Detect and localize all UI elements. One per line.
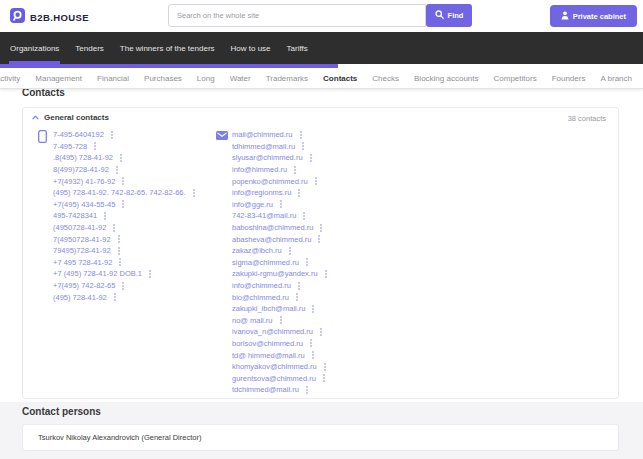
email-link[interactable]: khomyakov@chimmed.ru xyxy=(232,362,317,371)
tabs-scroll-indicator[interactable] xyxy=(0,64,338,68)
phone-link[interactable]: +7(495) 434-55-45 xyxy=(53,200,115,209)
email-link[interactable]: tdhimmed@mail.ru xyxy=(232,142,295,151)
kebab-menu-icon[interactable] xyxy=(193,192,195,194)
email-link[interactable]: ivanova_n@chimmed.ru xyxy=(232,327,313,336)
kebab-menu-icon[interactable] xyxy=(280,319,282,321)
main-nav-item[interactable]: Organizations xyxy=(10,32,59,64)
kebab-menu-icon[interactable] xyxy=(104,215,106,217)
kebab-menu-icon[interactable] xyxy=(122,203,124,205)
main-nav-item[interactable]: Tariffs xyxy=(287,32,308,64)
phone-link[interactable]: 495-7428341 xyxy=(53,211,97,220)
kebab-menu-icon[interactable] xyxy=(113,227,115,229)
email-link[interactable]: info@gge.ru xyxy=(232,200,273,209)
kebab-menu-icon[interactable] xyxy=(280,203,282,205)
email-link[interactable]: zakaz@ibch.ru xyxy=(232,246,282,255)
kebab-menu-icon[interactable] xyxy=(114,296,116,298)
kebab-menu-icon[interactable] xyxy=(302,145,304,147)
private-cabinet-button[interactable]: Private cabinet xyxy=(550,5,637,27)
kebab-menu-icon[interactable] xyxy=(94,145,96,147)
kebab-menu-icon[interactable] xyxy=(294,169,296,171)
kebab-menu-icon[interactable] xyxy=(324,366,326,368)
kebab-menu-icon[interactable] xyxy=(119,261,121,263)
kebab-menu-icon[interactable] xyxy=(323,377,325,379)
kebab-menu-icon[interactable] xyxy=(300,134,302,136)
email-link[interactable]: abasheva@chimmed.ru xyxy=(232,235,311,244)
main-nav-item[interactable]: Tenders xyxy=(75,32,103,64)
email-link[interactable]: baboshina@chimmed.ru xyxy=(232,223,313,232)
email-link[interactable]: info@chimmed.ru xyxy=(232,281,291,290)
tab[interactable]: Checks xyxy=(372,67,399,89)
email-link[interactable]: borisov@chimmed.ru xyxy=(232,339,303,348)
phone-link[interactable]: 8(499)728-41-92 xyxy=(53,165,109,174)
tab[interactable]: Water xyxy=(230,67,251,89)
email-link[interactable]: no@ mail.ru xyxy=(232,316,273,325)
email-link[interactable]: bio@chimmed.ru xyxy=(232,293,289,302)
kebab-menu-icon[interactable] xyxy=(296,296,298,298)
tab[interactable]: A branch xyxy=(600,67,632,89)
logo[interactable]: B2B.HOUSE xyxy=(10,8,89,27)
kebab-menu-icon[interactable] xyxy=(306,389,308,391)
email-link[interactable]: zakupki-rgmu@yandex.ru xyxy=(232,269,318,278)
phone-link[interactable]: +7(4932) 41-76-92 xyxy=(53,177,115,186)
phone-link[interactable]: 7-495-728 xyxy=(53,142,87,151)
kebab-menu-icon[interactable] xyxy=(303,215,305,217)
kebab-menu-icon[interactable] xyxy=(111,134,113,136)
email-link[interactable]: tdchimmed@mail.ru xyxy=(232,385,299,394)
kebab-menu-icon[interactable] xyxy=(122,180,124,182)
email-link[interactable]: info@himmed.ru xyxy=(232,165,287,174)
tab[interactable]: Competitors xyxy=(494,67,537,89)
kebab-menu-icon[interactable] xyxy=(315,180,317,182)
main-nav-item[interactable]: The winners of the tenders xyxy=(120,32,215,64)
kebab-menu-icon[interactable] xyxy=(320,227,322,229)
kebab-menu-icon[interactable] xyxy=(325,273,327,275)
kebab-menu-icon[interactable] xyxy=(310,342,312,344)
email-link[interactable]: zakupki_ibch@mail.ru xyxy=(232,304,305,313)
email-link[interactable]: gurentsova@chimmed.ru xyxy=(232,374,316,383)
email-link[interactable]: td@ himmed@mail.ru xyxy=(232,351,305,360)
kebab-menu-icon[interactable] xyxy=(310,157,312,159)
kebab-menu-icon[interactable] xyxy=(312,354,314,356)
email-link[interactable]: info@regionms.ru xyxy=(232,188,291,197)
tab[interactable]: Trademarks xyxy=(266,67,308,89)
phone-link[interactable]: (4950728-41-92 xyxy=(53,223,106,232)
kebab-menu-icon[interactable] xyxy=(298,192,300,194)
phone-link[interactable]: +7(495) 742-82-65 xyxy=(53,281,115,290)
main-nav-item[interactable]: How to use xyxy=(231,32,271,64)
kebab-menu-icon[interactable] xyxy=(312,308,314,310)
phone-link[interactable]: .8(495) 728-41-92 xyxy=(53,153,113,162)
tab[interactable]: Activity xyxy=(0,67,20,89)
find-button[interactable]: Find xyxy=(426,4,472,27)
tab[interactable]: Long xyxy=(197,67,215,89)
phone-link[interactable]: +7 (495) 728-41-92 DOB.1 xyxy=(53,269,142,278)
email-link[interactable]: 742-83-41@mail.ru xyxy=(232,211,296,220)
kebab-menu-icon[interactable] xyxy=(120,157,122,159)
email-link[interactable]: slyusar@chimmed.ru xyxy=(232,153,303,162)
phone-link[interactable]: 7(4950728-41-92 xyxy=(53,235,111,244)
kebab-menu-icon[interactable] xyxy=(298,285,300,287)
kebab-menu-icon[interactable] xyxy=(122,285,124,287)
kebab-menu-icon[interactable] xyxy=(318,238,320,240)
kebab-menu-icon[interactable] xyxy=(289,250,291,252)
tab[interactable]: Founders xyxy=(552,67,586,89)
kebab-menu-icon[interactable] xyxy=(116,169,118,171)
kebab-menu-icon[interactable] xyxy=(320,331,322,333)
email-link[interactable]: sigma@chimmed.ru xyxy=(232,258,299,267)
phone-link[interactable]: (495) 728-41-92. 742-82-65. 742-82-66. xyxy=(53,188,186,197)
phone-link[interactable]: 79495)728-41-92 xyxy=(53,246,111,255)
phone-link[interactable]: +7 495 728-41-92 xyxy=(53,258,112,267)
kebab-menu-icon[interactable] xyxy=(118,238,120,240)
tab[interactable]: Contacts xyxy=(323,67,357,89)
kebab-menu-icon[interactable] xyxy=(118,250,120,252)
kebab-menu-icon[interactable] xyxy=(149,273,151,275)
contact-person-row[interactable]: Tsurkov Nikolay Alexandrovich (General D… xyxy=(23,425,618,450)
search-input[interactable] xyxy=(168,4,426,27)
phone-link[interactable]: (495) 728-41-92 xyxy=(53,293,107,302)
tab[interactable]: Purchases xyxy=(144,67,182,89)
collapse-chevron-up-icon[interactable] xyxy=(32,115,39,120)
phone-link[interactable]: 7-495-6404192 xyxy=(53,130,104,139)
tab[interactable]: Financial xyxy=(97,67,129,89)
tab[interactable]: Management xyxy=(35,67,82,89)
tab[interactable]: Blocking accounts xyxy=(414,67,478,89)
email-link[interactable]: mail@chimmed.ru xyxy=(232,130,293,139)
email-link[interactable]: popenko@chimmed.ru xyxy=(232,177,308,186)
